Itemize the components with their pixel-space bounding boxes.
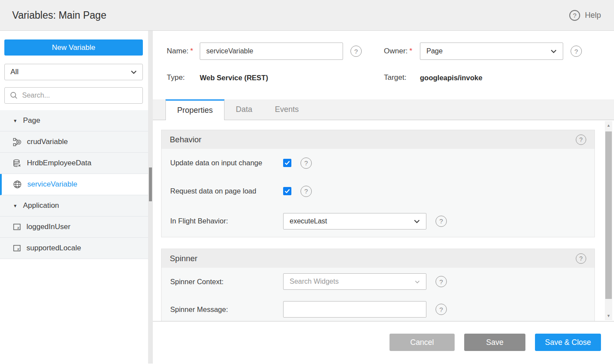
variable-item-supportedLocale[interactable]: x supportedLocale bbox=[0, 238, 153, 259]
owner-field-row: Owner:* Page bbox=[384, 43, 582, 60]
type-value: Web Service (REST) bbox=[200, 74, 268, 82]
spinner-message-help-icon[interactable] bbox=[436, 304, 447, 315]
save-and-close-button[interactable]: Save & Close bbox=[535, 334, 601, 351]
variable-item-serviceVariable[interactable]: serviceVariable bbox=[0, 174, 153, 195]
chevron-down-icon bbox=[551, 47, 557, 55]
required-asterisk: * bbox=[409, 47, 413, 55]
spinner-message-label: Spinner Message: bbox=[170, 305, 283, 314]
variable-label: HrdbEmployeeData bbox=[27, 159, 91, 167]
spinner-context-combobox[interactable]: Search Widgets bbox=[283, 273, 426, 290]
content-scrollbar-thumb[interactable] bbox=[605, 131, 612, 299]
owner-select[interactable]: Page bbox=[420, 43, 563, 60]
help-question-icon bbox=[569, 10, 580, 21]
new-variable-button[interactable]: New Variable bbox=[4, 39, 143, 56]
variable-label: supportedLocale bbox=[26, 244, 81, 253]
group-label: Application bbox=[23, 201, 59, 210]
spinner-context-placeholder: Search Widgets bbox=[290, 278, 339, 285]
search-icon bbox=[10, 92, 18, 99]
behavior-section-body: Update data on input change Request data… bbox=[162, 149, 594, 237]
owner-help-icon[interactable] bbox=[571, 46, 582, 57]
target-value: googleapis/invoke bbox=[420, 74, 482, 82]
in-flight-help-icon[interactable] bbox=[436, 216, 447, 227]
name-help-icon[interactable] bbox=[350, 46, 362, 57]
name-input[interactable] bbox=[200, 43, 343, 60]
target-field-row: Target: googleapis/invoke bbox=[384, 73, 482, 82]
behavior-help-icon[interactable] bbox=[576, 134, 586, 145]
variable-label: serviceVariable bbox=[27, 180, 77, 189]
crud-icon bbox=[13, 138, 21, 146]
cancel-button[interactable]: Cancel bbox=[390, 334, 455, 351]
model-variable-icon: x bbox=[13, 244, 21, 252]
required-asterisk: * bbox=[190, 47, 193, 55]
behavior-section-title: Behavior bbox=[170, 135, 201, 144]
svg-text:x: x bbox=[17, 247, 20, 251]
behavior-section: Behavior Update data on input change bbox=[161, 130, 595, 237]
help-button[interactable]: Help bbox=[569, 10, 601, 21]
in-flight-row: In Flight Behavior: executeLast bbox=[162, 205, 594, 237]
update-data-help-icon[interactable] bbox=[300, 157, 312, 169]
spinner-section-title: Spinner bbox=[170, 254, 198, 263]
dialog-footer: Cancel Save Save & Close bbox=[153, 321, 614, 363]
help-label: Help bbox=[585, 11, 601, 20]
update-data-label: Update data on input change bbox=[170, 159, 283, 167]
group-header-page[interactable]: ▼ Page bbox=[0, 110, 153, 131]
spinner-section-body: Spinner Context: Search Widgets bbox=[162, 268, 594, 321]
spinner-context-help-icon[interactable] bbox=[436, 276, 447, 287]
variable-search-box bbox=[4, 87, 143, 104]
spinner-context-label: Spinner Context: bbox=[170, 278, 283, 286]
variable-item-HrdbEmployeeData[interactable]: HrdbEmployeeData bbox=[0, 153, 153, 174]
request-data-label: Request data on page load bbox=[170, 187, 283, 195]
spinner-section-header: Spinner bbox=[162, 249, 594, 268]
type-field-row: Type: Web Service (REST) bbox=[167, 73, 268, 82]
spinner-message-input[interactable] bbox=[283, 301, 426, 318]
page-title: Variables: Main Page bbox=[12, 10, 106, 21]
owner-label: Owner:* bbox=[384, 47, 420, 56]
variable-detail-panel: Name:* Owner:* Page Type: W bbox=[153, 31, 614, 364]
target-label: Target: bbox=[384, 73, 420, 82]
search-input[interactable] bbox=[22, 92, 137, 99]
variable-label: crudVariable bbox=[27, 138, 68, 146]
spinner-message-row: Spinner Message: bbox=[162, 295, 594, 321]
variable-item-crudVariable[interactable]: crudVariable bbox=[0, 131, 153, 153]
name-label: Name:* bbox=[167, 47, 200, 56]
name-field-row: Name:* bbox=[167, 43, 362, 60]
variable-item-loggedInUser[interactable]: x loggedInUser bbox=[0, 216, 153, 238]
update-data-checkbox[interactable] bbox=[283, 159, 291, 167]
in-flight-select[interactable]: executeLast bbox=[283, 213, 426, 230]
request-data-help-icon[interactable] bbox=[300, 186, 312, 197]
tab-properties[interactable]: Properties bbox=[165, 99, 224, 120]
variable-filter-select[interactable]: All bbox=[4, 64, 143, 80]
chevron-down-icon bbox=[131, 68, 137, 76]
dialog-header: Variables: Main Page Help bbox=[0, 0, 614, 31]
save-button[interactable]: Save bbox=[464, 334, 525, 351]
properties-scroll-area: Behavior Update data on input change bbox=[153, 120, 614, 321]
spinner-help-icon[interactable] bbox=[576, 253, 586, 264]
sidebar-scrollbar-track[interactable] bbox=[148, 31, 153, 364]
group-header-application[interactable]: ▼ Application bbox=[0, 195, 153, 216]
database-icon bbox=[13, 159, 21, 167]
scroll-down-arrow-icon[interactable]: ▼ bbox=[605, 314, 612, 318]
variable-summary-form: Name:* Owner:* Page Type: W bbox=[153, 31, 614, 99]
request-data-checkbox[interactable] bbox=[283, 187, 291, 195]
chevron-down-icon bbox=[414, 217, 420, 225]
content-scrollbar-track[interactable]: ▲ ▼ bbox=[605, 121, 612, 320]
variable-list: ▼ Page crudVariable bbox=[0, 110, 153, 259]
tab-events[interactable]: Events bbox=[264, 99, 310, 120]
collapse-triangle-icon: ▼ bbox=[13, 118, 17, 123]
spinner-section: Spinner Spinner Context: Search Widgets bbox=[161, 249, 595, 321]
request-data-row: Request data on page load bbox=[162, 177, 594, 205]
chevron-down-icon bbox=[415, 278, 420, 285]
variables-sidebar: New Variable All ▼ Page bbox=[0, 31, 153, 364]
svg-text:x: x bbox=[17, 226, 20, 230]
update-data-row: Update data on input change bbox=[162, 149, 594, 177]
sidebar-scrollbar-thumb[interactable] bbox=[149, 167, 152, 201]
scroll-up-arrow-icon[interactable]: ▲ bbox=[605, 123, 612, 128]
in-flight-selected-value: executeLast bbox=[290, 217, 327, 225]
spinner-context-row: Spinner Context: Search Widgets bbox=[162, 268, 594, 295]
type-label: Type: bbox=[167, 73, 200, 82]
in-flight-label: In Flight Behavior: bbox=[170, 217, 283, 225]
collapse-triangle-icon: ▼ bbox=[13, 203, 17, 208]
model-variable-icon: x bbox=[13, 223, 21, 231]
tab-data[interactable]: Data bbox=[224, 99, 264, 120]
globe-icon bbox=[13, 180, 22, 189]
